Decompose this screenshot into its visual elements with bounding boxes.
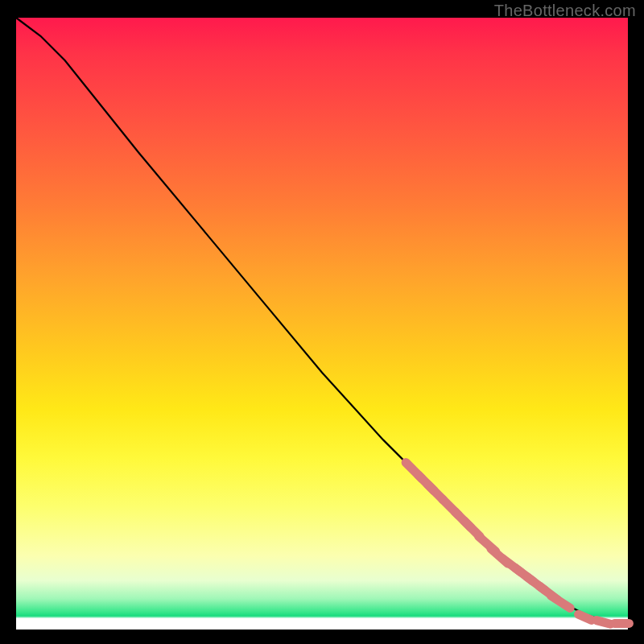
chart-stage: TheBottleneck.com: [0, 0, 644, 644]
highlight-marker: [551, 596, 571, 608]
watermark-text: TheBottleneck.com: [494, 2, 636, 20]
plot-area: [16, 18, 628, 630]
highlighted-segments-group: [406, 463, 629, 625]
curve-layer: [16, 18, 628, 630]
highlight-marker: [597, 621, 610, 625]
highlight-marker: [579, 614, 592, 620]
bottleneck-curve-path: [16, 18, 628, 623]
